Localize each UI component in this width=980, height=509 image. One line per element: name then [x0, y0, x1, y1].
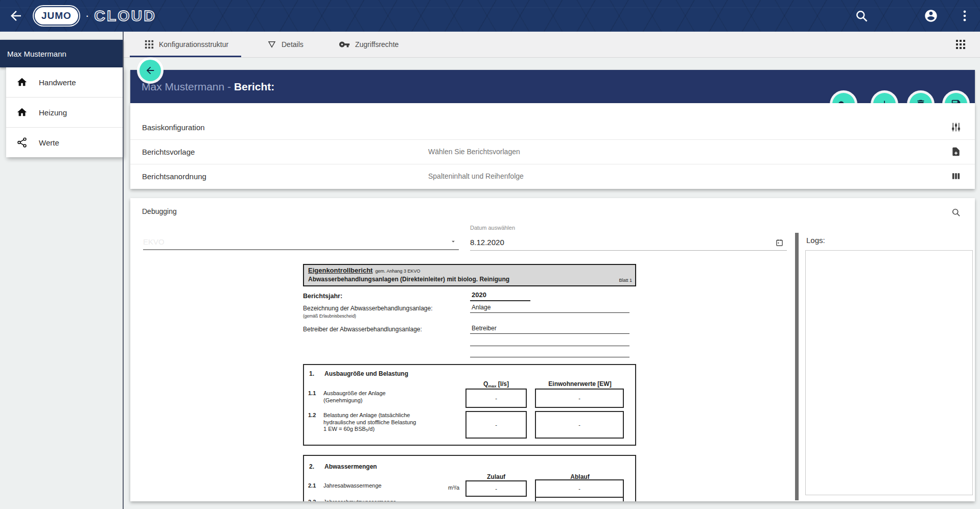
tab-bar: Konfigurationsstruktur Details Zugriffsr… [123, 32, 980, 58]
debugging-title: Debugging [142, 207, 177, 215]
row-label: Jahresschmutzwassermenge [323, 499, 396, 501]
apps-grid-icon[interactable] [955, 39, 966, 50]
plant-value: Anlage [472, 304, 491, 311]
calendar-icon[interactable] [775, 238, 784, 247]
row-berichtsanordnung[interactable]: Berichtsanordnung Spalteninhalt und Reih… [130, 164, 975, 188]
debugging-card: Debugging EKVO Datum auswählen 8.12.2020… [130, 198, 975, 501]
sidebar-menu: Handwerte Heizung Werte [6, 67, 123, 157]
sidebar-item-werte[interactable]: Werte [6, 128, 123, 157]
report-preview[interactable]: Eigenkontrollberichtgem. Anhang 3 EKVO A… [303, 264, 636, 501]
tab-label: Konfigurationsstruktur [159, 40, 228, 49]
row-label: Jahresabwassermenge [323, 482, 382, 490]
year-value: 2020 [472, 291, 486, 299]
appbar-back-icon[interactable] [8, 8, 24, 23]
report-section-2: 2. Abwassermengen Zulauf Ablauf 2.1 Jahr… [303, 455, 636, 501]
row-berichtsvorlage[interactable]: Berichtsvorlage Wählen Sie Berichtsvorla… [130, 139, 975, 164]
grid-icon [145, 40, 154, 49]
row-label: Basiskonfiguration [142, 123, 205, 132]
year-underline [470, 300, 530, 301]
jumo-logo: JUMO [35, 7, 78, 25]
operator-value: Betreiber [472, 325, 497, 332]
sidebar-item-label: Handwerte [39, 78, 76, 87]
funnel-icon [267, 40, 276, 49]
value-cell: - [465, 389, 527, 408]
section-title: Abwassermengen [324, 463, 377, 470]
sidebar-user-header: Max Mustermann [0, 40, 123, 67]
row-label: Berichtsvorlage [142, 148, 195, 156]
note-add-icon[interactable] [951, 147, 961, 157]
section-number: 1. [309, 370, 314, 377]
year-label: Berichtsjahr: [303, 293, 342, 300]
sidebar-user-name: Max Mustermann [7, 50, 66, 58]
report-section-1: 1. Ausbaugröße und Belastung Qmax [l/s] … [303, 364, 636, 446]
operator-underline [470, 333, 629, 334]
tab-label: Details [282, 40, 304, 49]
value-cell: - [535, 411, 624, 439]
tab-zugriffsrechte[interactable]: Zugriffsrechte [339, 32, 399, 57]
logs-label: Logs: [806, 236, 825, 245]
plant-underline [470, 312, 629, 313]
logs-output-box[interactable] [805, 250, 973, 495]
date-picker-field[interactable]: Datum auswählen 8.12.2020 [470, 225, 787, 251]
row-label: Belastung der Anlage (tatsächlichehydrau… [323, 412, 416, 433]
row-label: Ausbaugröße der Anlage(Genehmigung) [323, 390, 386, 404]
search-icon[interactable] [854, 9, 869, 23]
row-number: 1.2 [308, 412, 316, 418]
cloud-wordmark: CLOUD [94, 7, 156, 25]
date-value: 8.12.2020 [470, 238, 504, 247]
value-cell: - [535, 389, 624, 408]
value-cell: - [535, 479, 624, 498]
row-value: Spalteninhalt und Reihenfolge [428, 172, 524, 180]
report-subtitle: Abwasserbehandlungsanlagen (Direkteinlei… [308, 276, 509, 283]
tab-konfigurationsstruktur[interactable]: Konfigurationsstruktur [145, 32, 228, 57]
column-header-ew: Einwohnerwerte [EW] [534, 380, 626, 387]
sidebar-item-label: Heizung [39, 108, 67, 117]
row-number: 1.1 [308, 390, 316, 396]
logo-separator: · [85, 9, 89, 22]
select-value: EKVO [143, 237, 165, 246]
date-label: Datum auswählen [470, 225, 515, 231]
operator-underline3 [470, 357, 629, 357]
row-label: Berichtsanordnung [142, 172, 206, 181]
chevron-down-icon [450, 238, 457, 245]
sidebar-item-heizung[interactable]: Heizung [6, 98, 123, 128]
nav-content-divider [123, 32, 124, 509]
preview-scrollbar[interactable] [795, 233, 799, 500]
value-cell [535, 497, 624, 501]
row-unit: m³/a [448, 484, 459, 491]
home-icon [16, 107, 28, 118]
template-select[interactable]: EKVO [143, 229, 459, 250]
column-header-zulauf: Zulauf [465, 473, 527, 480]
section-title: Ausbaugröße und Belastung [324, 370, 408, 377]
row-number: 2.1 [308, 482, 316, 489]
app-bar: JUMO · CLOUD [0, 0, 980, 32]
view-columns-icon[interactable] [951, 171, 961, 181]
plant-label: Bezeichnung der Abwasserbehandlungsanlag… [303, 305, 433, 312]
sidebar-item-handwerte[interactable]: Handwerte [6, 67, 123, 98]
configuration-card: Basiskonfiguration Berichtsvorlage Wähle… [130, 103, 975, 189]
page-title: Max Mustermann - Bericht: [142, 81, 274, 93]
share-icon [16, 137, 28, 148]
account-icon[interactable] [924, 9, 938, 23]
row-value: Wählen Sie Berichtsvorlagen [428, 148, 520, 156]
sidebar-item-label: Werte [39, 138, 59, 147]
app-window: JUMO · CLOUD Konfigurationsstruktur [0, 0, 980, 509]
report-sheet-label: Blatt 1 [619, 278, 632, 283]
home-icon [16, 77, 28, 88]
value-cell: - [465, 411, 527, 439]
active-tab-indicator [130, 56, 241, 57]
back-button[interactable] [139, 60, 161, 81]
row-basiskonfiguration[interactable]: Basiskonfiguration [130, 115, 975, 139]
row-number: 2.2 [308, 499, 316, 501]
operator-label: Betreiber der Abwasserbehandlungsanlage: [303, 326, 422, 333]
key-icon [339, 39, 350, 50]
tab-details[interactable]: Details [267, 32, 304, 57]
tune-sliders-icon[interactable] [951, 122, 961, 132]
report-header: Eigenkontrollberichtgem. Anhang 3 EKVO A… [303, 264, 636, 286]
report-title: Eigenkontrollbericht [308, 266, 372, 274]
search-icon[interactable] [951, 207, 961, 217]
operator-underline2 [470, 346, 629, 346]
more-menu-icon[interactable] [958, 9, 972, 23]
plant-sublabel: (gemäß Erlaubnisbescheid) [303, 313, 356, 319]
value-cell: - [465, 480, 527, 497]
